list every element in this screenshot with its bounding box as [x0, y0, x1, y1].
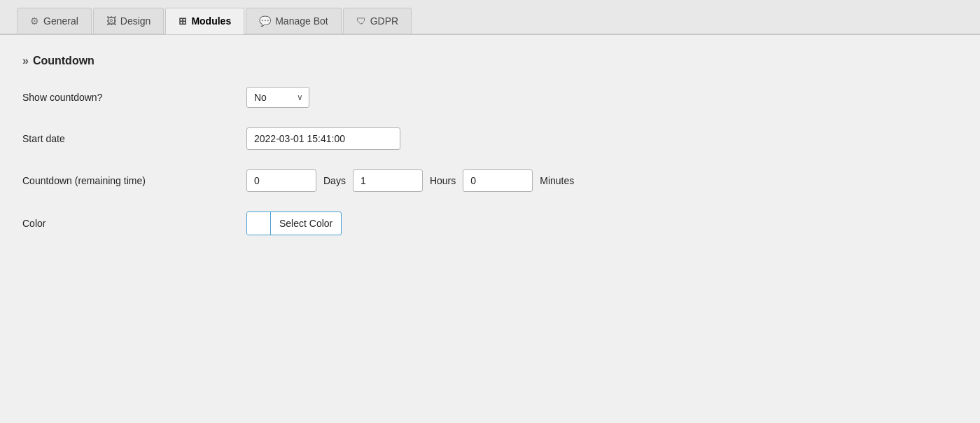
countdown-controls: Days Hours Minutes	[246, 169, 574, 192]
start-date-control	[246, 127, 400, 150]
tab-gdpr-label: GDPR	[370, 15, 398, 27]
tab-gdpr[interactable]: 🛡 GDPR	[343, 8, 412, 34]
section-title: Countdown	[22, 55, 958, 67]
show-countdown-label: Show countdown?	[22, 92, 246, 103]
days-unit-label: Days	[323, 175, 346, 186]
select-color-button[interactable]: Select Color	[246, 212, 342, 235]
modules-icon: ⊞	[178, 15, 187, 27]
tab-general-label: General	[43, 15, 78, 27]
start-date-label: Start date	[22, 133, 246, 144]
hours-unit-label: Hours	[430, 175, 456, 186]
minutes-unit-label: Minutes	[540, 175, 574, 186]
countdown-minutes-input[interactable]	[463, 169, 533, 192]
start-date-row: Start date	[22, 127, 958, 150]
countdown-row: Countdown (remaining time) Days Hours Mi…	[22, 169, 958, 192]
section-title-text: Countdown	[33, 55, 94, 67]
show-countdown-control: No Yes	[246, 87, 309, 108]
design-icon: 🖼	[106, 15, 116, 27]
page-wrapper: ⚙ General 🖼 Design ⊞ Modules 💬 Manage Bo…	[0, 0, 980, 423]
tab-manage-bot-label: Manage Bot	[275, 15, 328, 27]
color-row: Color Select Color	[22, 212, 958, 235]
manage-bot-icon: 💬	[259, 15, 271, 27]
general-icon: ⚙	[30, 15, 39, 27]
show-countdown-row: Show countdown? No Yes	[22, 87, 958, 108]
gdpr-icon: 🛡	[356, 15, 366, 27]
start-date-input[interactable]	[246, 127, 400, 150]
tab-modules[interactable]: ⊞ Modules	[165, 8, 244, 34]
show-countdown-select-wrapper[interactable]: No Yes	[246, 87, 309, 108]
select-color-label: Select Color	[271, 218, 341, 229]
color-label: Color	[22, 218, 246, 229]
tab-design[interactable]: 🖼 Design	[93, 8, 164, 34]
color-swatch	[247, 212, 271, 235]
color-control: Select Color	[246, 212, 342, 235]
tab-design-label: Design	[120, 15, 151, 27]
tab-general[interactable]: ⚙ General	[17, 8, 92, 34]
show-countdown-select[interactable]: No Yes	[246, 87, 309, 108]
tab-modules-label: Modules	[191, 15, 231, 27]
countdown-label: Countdown (remaining time)	[22, 175, 246, 186]
content-area: Countdown Show countdown? No Yes Start d…	[0, 35, 980, 275]
tab-manage-bot[interactable]: 💬 Manage Bot	[246, 8, 342, 34]
countdown-hours-input[interactable]	[353, 169, 423, 192]
tabs-bar: ⚙ General 🖼 Design ⊞ Modules 💬 Manage Bo…	[0, 0, 980, 35]
countdown-days-input[interactable]	[246, 169, 316, 192]
